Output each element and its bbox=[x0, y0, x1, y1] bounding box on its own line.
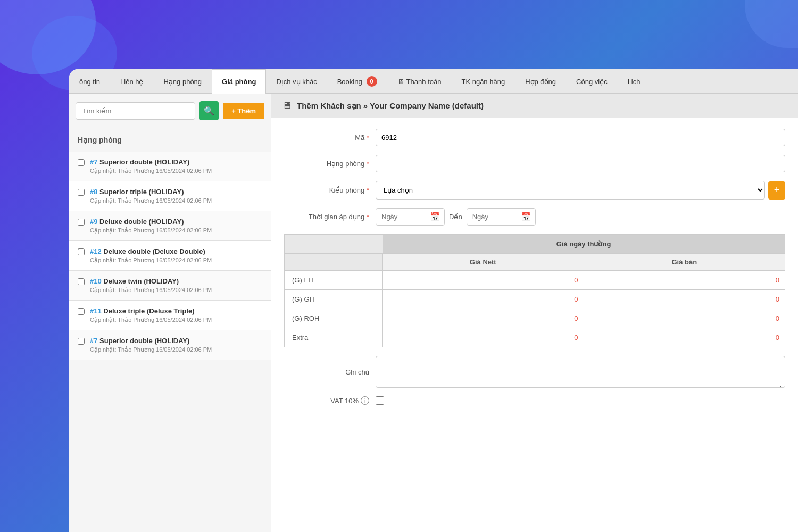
room-checkbox[interactable] bbox=[78, 189, 85, 196]
pricing-header-row: Giá ngày thường bbox=[284, 234, 785, 253]
room-title: #7 Superior double (HOLIDAY) bbox=[90, 337, 262, 345]
den-label: Đến bbox=[449, 213, 462, 221]
room-info: #7 Superior double (HOLIDAY) Cập nhật: T… bbox=[90, 158, 262, 174]
room-title: #8 Superior triple (HOLIDAY) bbox=[90, 188, 262, 196]
room-item[interactable]: #9 Deluxe double (HOLIDAY) Cập nhật: Thả… bbox=[69, 211, 271, 241]
hang-phong-label: Hạng phòng * bbox=[284, 160, 369, 168]
room-info: #10 Deluxe twin (HOLIDAY) Cập nhật: Thảo… bbox=[90, 277, 262, 294]
main-panel: ông tin Liên hệ Hạng phòng Giá phòng Dịc… bbox=[69, 69, 798, 532]
room-number: #10 bbox=[90, 277, 102, 285]
room-title: #7 Superior double (HOLIDAY) bbox=[90, 158, 262, 166]
pricing-rows: (G) FIT (G) GIT (G) ROH Extra bbox=[284, 270, 785, 347]
date-from-input[interactable] bbox=[376, 208, 445, 226]
date-range: 📅 Đến 📅 bbox=[376, 208, 785, 226]
tab-thanh-toan[interactable]: 🖥 Thanh toán bbox=[387, 69, 452, 94]
room-title: #9 Deluxe double (HOLIDAY) bbox=[90, 218, 262, 226]
hang-phong-row: Hạng phòng * bbox=[284, 155, 785, 172]
room-item[interactable]: #11 Deluxe triple (Deluxe Triple) Cập nh… bbox=[69, 301, 271, 330]
form-header-icon: 🖥 bbox=[282, 100, 292, 111]
pricing-gia-ban-input[interactable] bbox=[584, 291, 785, 307]
room-name: Deluxe double (Deluxe Double) bbox=[103, 247, 205, 255]
pricing-gia-ban-input[interactable] bbox=[584, 272, 785, 288]
pricing-gia-ban-input[interactable] bbox=[584, 310, 785, 327]
pricing-row-label: Extra bbox=[285, 328, 383, 347]
vat-info-icon[interactable]: i bbox=[361, 396, 369, 405]
tab-lien-he[interactable]: Liên hệ bbox=[110, 69, 153, 94]
pricing-row-label: (G) ROH bbox=[285, 309, 383, 328]
kieu-phong-add-button[interactable]: + bbox=[768, 181, 785, 200]
kieu-phong-select[interactable]: Lựa chọn bbox=[376, 181, 765, 200]
ghi-chu-row: Ghi chú bbox=[284, 356, 785, 388]
date-to-input[interactable] bbox=[467, 208, 536, 226]
vat-label: VAT 10% i bbox=[284, 396, 369, 405]
room-list: #7 Superior double (HOLIDAY) Cập nhật: T… bbox=[69, 152, 271, 532]
pricing-gia-nett-input[interactable] bbox=[383, 329, 584, 346]
room-name: Superior double (HOLIDAY) bbox=[99, 158, 189, 166]
ghi-chu-textarea[interactable] bbox=[376, 356, 785, 388]
form-body: Mã * Hạng phòng * Kiểu phòng bbox=[271, 118, 798, 424]
tab-booking[interactable]: Booking 0 bbox=[327, 69, 387, 94]
pricing-section-title: Giá ngày thường bbox=[383, 235, 785, 253]
room-title: #10 Deluxe twin (HOLIDAY) bbox=[90, 277, 262, 285]
pricing-empty-header bbox=[285, 235, 383, 253]
vat-checkbox[interactable] bbox=[376, 396, 384, 405]
room-updated: Cập nhật: Thảo Phương 16/05/2024 02:06 P… bbox=[90, 257, 262, 264]
left-sidebar: 🔍 + Thêm Hạng phòng #7 Superior double (… bbox=[69, 94, 271, 532]
hang-phong-input[interactable] bbox=[376, 155, 785, 172]
room-updated: Cập nhật: Thảo Phương 16/05/2024 02:06 P… bbox=[90, 227, 262, 234]
room-title: #12 Deluxe double (Deluxe Double) bbox=[90, 247, 262, 255]
room-info: #9 Deluxe double (HOLIDAY) Cập nhật: Thả… bbox=[90, 218, 262, 234]
room-checkbox[interactable] bbox=[78, 278, 85, 285]
right-panel: 🖥 Thêm Khách sạn » Your Company Name (de… bbox=[271, 94, 798, 532]
room-info: #8 Superior triple (HOLIDAY) Cập nhật: T… bbox=[90, 188, 262, 204]
tab-cong-viec[interactable]: Công việc bbox=[566, 69, 618, 94]
room-item[interactable]: #7 Superior double (HOLIDAY) Cập nhật: T… bbox=[69, 330, 271, 360]
form-header-title: Thêm Khách sạn » Your Company Name (defa… bbox=[297, 101, 484, 111]
pricing-col-gia-nett: Giá Nett bbox=[383, 254, 584, 270]
room-checkbox[interactable] bbox=[78, 248, 85, 255]
tab-gia-phong[interactable]: Giá phòng bbox=[212, 69, 266, 94]
tab-hop-dong[interactable]: Hợp đồng bbox=[515, 69, 566, 94]
kieu-phong-label: Kiểu phòng * bbox=[284, 186, 369, 194]
kieu-phong-select-wrap: Lựa chọn + bbox=[376, 181, 785, 200]
room-name: Deluxe twin (HOLIDAY) bbox=[103, 277, 179, 285]
pricing-row-label: (G) FIT bbox=[285, 271, 383, 289]
search-button[interactable]: 🔍 bbox=[200, 101, 219, 120]
add-button[interactable]: + Thêm bbox=[223, 103, 264, 119]
room-checkbox[interactable] bbox=[78, 159, 85, 166]
tab-tk-ngan-hang[interactable]: TK ngân hàng bbox=[451, 69, 515, 94]
pricing-gia-nett-input[interactable] bbox=[383, 291, 584, 307]
room-name: Superior triple (HOLIDAY) bbox=[99, 188, 184, 196]
tab-lich[interactable]: Lich bbox=[618, 69, 651, 94]
room-info: #7 Superior double (HOLIDAY) Cập nhật: T… bbox=[90, 337, 262, 353]
room-updated: Cập nhật: Thảo Phương 16/05/2024 02:06 P… bbox=[90, 346, 262, 353]
room-checkbox[interactable] bbox=[78, 308, 85, 315]
room-info: #11 Deluxe triple (Deluxe Triple) Cập nh… bbox=[90, 307, 262, 323]
room-item[interactable]: #8 Superior triple (HOLIDAY) Cập nhật: T… bbox=[69, 181, 271, 211]
pricing-col-gia-ban: Giá bán bbox=[584, 254, 785, 270]
room-item[interactable]: #12 Deluxe double (Deluxe Double) Cập nh… bbox=[69, 241, 271, 271]
room-updated: Cập nhật: Thảo Phương 16/05/2024 02:06 P… bbox=[90, 168, 262, 174]
search-input[interactable] bbox=[76, 102, 195, 120]
room-item[interactable]: #10 Deluxe twin (HOLIDAY) Cập nhật: Thảo… bbox=[69, 271, 271, 301]
room-title: #11 Deluxe triple (Deluxe Triple) bbox=[90, 307, 262, 315]
pricing-gia-nett-input[interactable] bbox=[383, 310, 584, 327]
bg-blob-3 bbox=[745, 0, 798, 48]
tab-thong-tin[interactable]: ông tin bbox=[69, 69, 110, 94]
room-checkbox[interactable] bbox=[78, 338, 85, 345]
tab-hang-phong[interactable]: Hạng phòng bbox=[153, 69, 212, 94]
pricing-gia-ban-input[interactable] bbox=[584, 329, 785, 346]
room-number: #8 bbox=[90, 188, 97, 196]
room-info: #12 Deluxe double (Deluxe Double) Cập nh… bbox=[90, 247, 262, 264]
ma-row: Mã * bbox=[284, 129, 785, 146]
form-header: 🖥 Thêm Khách sạn » Your Company Name (de… bbox=[271, 94, 798, 118]
ma-input[interactable] bbox=[376, 129, 785, 146]
pricing-gia-nett-input[interactable] bbox=[383, 272, 584, 288]
room-name: Deluxe double (HOLIDAY) bbox=[99, 218, 184, 226]
pricing-col-row: Giá Nett Giá bán bbox=[284, 253, 785, 270]
room-checkbox[interactable] bbox=[78, 219, 85, 226]
room-item[interactable]: #7 Superior double (HOLIDAY) Cập nhật: T… bbox=[69, 152, 271, 181]
tab-dich-vu-khac[interactable]: Dịch vụ khác bbox=[266, 69, 327, 94]
search-bar: 🔍 + Thêm bbox=[69, 94, 271, 128]
thoi-gian-row: Thời gian áp dụng * 📅 Đến 📅 bbox=[284, 208, 785, 226]
